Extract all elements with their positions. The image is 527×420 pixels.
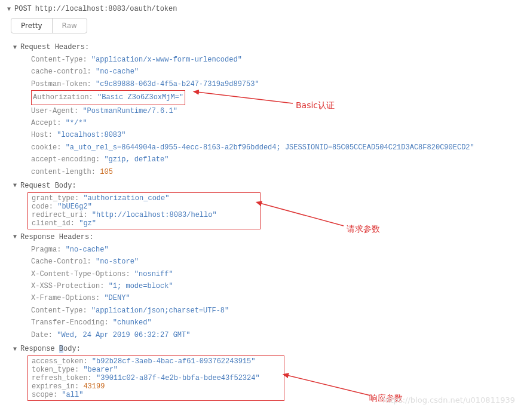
annotation-request-params: 请求参数 — [347, 224, 380, 235]
hdr-val: "PostmanRuntime/7.6.1" — [82, 107, 177, 115]
collapse-toggle-icon[interactable]: ▼ — [13, 234, 17, 240]
hdr-val: "c9c89888-063d-4f5a-b247-7319a9d89753" — [96, 80, 259, 88]
hdr-key: User-Agent: — [31, 107, 78, 115]
hdr-val: "Wed, 24 Apr 2019 06:32:27 GMT" — [57, 331, 190, 339]
section-title: Request Headers: — [20, 43, 89, 51]
hdr-val: "a_uto_rel_s=8644904a-d955-4ecc-8163-a2b… — [66, 143, 474, 152]
body-val: "all" — [62, 391, 83, 399]
body-val: "bearer" — [83, 366, 118, 374]
hdr-key: Postman-Token: — [31, 80, 91, 88]
hdr-val: "1; mode=block" — [109, 282, 173, 290]
hdr-val: "no-store" — [96, 257, 139, 266]
hdr-key: Host: — [31, 131, 53, 139]
hdr-val: "no-cache" — [96, 68, 139, 76]
body-key: code: — [32, 203, 53, 211]
hdr-val: "chunked" — [113, 318, 152, 327]
body-key: grant_type: — [32, 194, 79, 203]
collapse-toggle-icon[interactable]: ▼ — [13, 346, 17, 352]
body-key: refresh_token: — [32, 374, 92, 382]
body-key: scope: — [32, 391, 57, 399]
section-response-headers: ▼ Response Headers: Pragma: "no-cache" C… — [13, 233, 520, 341]
hdr-key: Accept: — [31, 119, 61, 127]
hdr-val: "Basic Z3o6Z3oxMjM=" — [97, 93, 183, 102]
highlight-response-body: access_token: "b92b28cf-3aeb-4bac-af61-0… — [27, 355, 284, 401]
hdr-val: "DENY" — [104, 294, 130, 302]
tab-pretty[interactable]: Pretty — [11, 19, 52, 33]
highlight-request-body: grant_type: "authorization_code" code: "… — [27, 192, 261, 229]
request-line: ▼ POST http://localhost:8083/oauth/token — [7, 5, 520, 13]
body-key: client_id: — [32, 219, 75, 228]
hdr-key: Authorization: — [33, 93, 93, 102]
hdr-val: "application/x-www-form-urlencoded" — [91, 56, 242, 64]
hdr-val: "no-cache" — [66, 246, 109, 254]
hdr-key: Pragma: — [31, 246, 61, 254]
section-request-body: ▼ Request Body: grant_type: "authorizati… — [13, 182, 520, 229]
body-key: redirect_uri: — [32, 211, 88, 219]
hdr-key: cache-control: — [31, 68, 91, 76]
tab-raw[interactable]: Raw — [52, 19, 87, 33]
body-val: "gz" — [79, 219, 96, 228]
hdr-key: Content-Type: — [31, 56, 87, 64]
hdr-val: "*/*" — [66, 119, 87, 127]
hdr-key: accept-encoding: — [31, 155, 100, 164]
hdr-key: Content-Type: — [31, 306, 87, 315]
highlight-authorization: Authorization: "Basic Z3o6Z3oxMjM=" — [31, 90, 185, 105]
hdr-key: X-Frame-Options: — [31, 294, 100, 302]
body-key: access_token: — [32, 357, 88, 366]
collapse-toggle-icon[interactable]: ▼ — [7, 6, 11, 13]
section-title: Response Body: — [20, 345, 81, 353]
request-url: http://localhost:8083/oauth/token — [35, 5, 177, 13]
section-response-body: ▼ Response Body: access_token: "b92b28cf… — [13, 345, 520, 401]
view-tabs: Pretty Raw — [11, 18, 87, 33]
body-key: expires_in: — [32, 382, 79, 391]
body-val: 43199 — [83, 382, 105, 391]
annotation-basic-auth: Basic认证 — [296, 100, 335, 111]
section-title: Response Headers: — [20, 233, 93, 241]
hdr-val: 105 — [100, 168, 113, 176]
collapse-toggle-icon[interactable]: ▼ — [13, 182, 17, 189]
hdr-val: "nosniff" — [134, 270, 173, 278]
hdr-key: Cache-Control: — [31, 257, 91, 266]
hdr-key: X-Content-Type-Options: — [31, 270, 130, 278]
hdr-val: "localhost:8083" — [57, 131, 125, 139]
hdr-val: "gzip, deflate" — [104, 155, 168, 164]
hdr-val: "application/json;charset=UTF-8" — [91, 306, 229, 315]
http-method: POST — [14, 5, 32, 13]
section-request-headers: ▼ Request Headers: Content-Type: "applic… — [13, 43, 520, 178]
body-val: "authorization_code" — [83, 194, 169, 203]
text-selection: B — [59, 345, 63, 353]
hdr-key: content-length: — [31, 168, 96, 176]
body-val: "39011c02-a87f-4e2b-bbfa-bdee43f52324" — [96, 374, 260, 382]
hdr-key: cookie: — [31, 143, 61, 152]
hdr-key: X-XSS-Protection: — [31, 282, 104, 290]
body-key: token_type: — [32, 366, 79, 374]
body-val: "http://localhost:8083/hello" — [92, 211, 217, 219]
hdr-key: Transfer-Encoding: — [31, 318, 109, 327]
body-val: "bUE6g2" — [57, 203, 92, 211]
section-title: Request Body: — [20, 182, 76, 190]
body-val: "b92b28cf-3aeb-4bac-af61-093762243915" — [92, 357, 256, 366]
annotation-response-params: 响应参数 — [369, 393, 403, 404]
collapse-toggle-icon[interactable]: ▼ — [13, 44, 17, 51]
hdr-key: Date: — [31, 331, 53, 339]
